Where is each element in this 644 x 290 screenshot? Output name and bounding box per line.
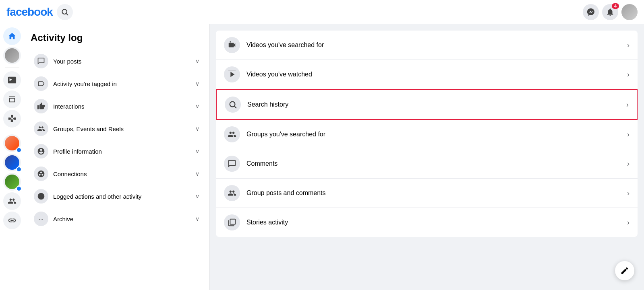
profile-avatar — [621, 4, 638, 20]
archive-label: Archive — [53, 216, 191, 222]
connections-chevron: ∨ — [195, 171, 199, 177]
search-button[interactable] — [57, 4, 73, 20]
notifications-button[interactable]: 4 — [602, 4, 618, 20]
sidebar-user-avatar — [5, 48, 19, 63]
profile-info-icon — [34, 144, 48, 158]
sidebar-link-button[interactable] — [3, 212, 21, 229]
connections-label: Connections — [53, 171, 191, 177]
sidebar-item-connections[interactable]: Connections ∨ — [31, 162, 203, 185]
activity-log-sidebar: Activity log Your posts ∨ Activity you'r… — [24, 24, 209, 290]
content-item-groups-searched[interactable]: Groups you've searched for › — [216, 120, 638, 149]
watch-icon — [8, 76, 17, 84]
sidebar-item-interactions[interactable]: Interactions ∨ — [31, 95, 203, 117]
videos-searched-chevron: › — [627, 41, 630, 49]
videos-watched-icon — [224, 66, 240, 82]
sidebar-item-logged-actions[interactable]: Logged actions and other activity ∨ — [31, 185, 203, 208]
floating-edit-button[interactable] — [615, 261, 634, 280]
groups-events-icon — [34, 121, 48, 136]
logged-actions-icon — [34, 189, 48, 204]
story-dot-1 — [16, 147, 22, 153]
gaming-icon — [8, 114, 17, 123]
sidebar-story1-button[interactable] — [3, 134, 21, 152]
logged-actions-chevron: ∨ — [195, 193, 199, 200]
groups-searched-icon — [224, 126, 240, 142]
archive-icon: ··· — [34, 212, 48, 226]
bell-icon — [606, 8, 615, 16]
story-dot-2 — [16, 167, 22, 172]
videos-watched-chevron: › — [627, 70, 630, 79]
content-item-videos-watched[interactable]: Videos you've watched › — [216, 60, 638, 89]
sidebar-divider-1 — [5, 68, 19, 68]
edit-icon — [620, 266, 629, 275]
sidebar-story2-button[interactable] — [3, 154, 21, 171]
svg-line-6 — [234, 106, 236, 108]
comments-chevron: › — [627, 160, 630, 168]
stories-activity-label: Stories activity — [246, 219, 621, 226]
sidebar-marketplace-button[interactable] — [3, 90, 21, 108]
groups-events-chevron: ∨ — [195, 125, 199, 132]
interactions-label: Interactions — [53, 103, 191, 110]
sidebar-item-activity-tagged[interactable]: Activity you're tagged in ∨ — [31, 72, 203, 95]
stories-activity-chevron: › — [627, 218, 630, 227]
sidebar-item-groups-events-reels[interactable]: Groups, Events and Reels ∨ — [31, 117, 203, 140]
interactions-icon — [34, 99, 48, 113]
content-card: Videos you've searched for › Videos you'… — [216, 31, 638, 237]
stories-activity-icon — [224, 214, 240, 230]
sidebar-avatar-button[interactable] — [3, 47, 21, 64]
content-item-search-history[interactable]: Search history › — [216, 89, 638, 120]
your-posts-icon — [34, 54, 48, 68]
search-history-label: Search history — [247, 101, 620, 108]
home-icon — [8, 32, 17, 41]
connections-icon — [34, 167, 48, 181]
link-icon — [8, 216, 17, 225]
top-navigation: facebook 4 — [0, 0, 644, 24]
videos-searched-label: Videos you've searched for — [246, 41, 621, 49]
groups-searched-label: Groups you've searched for — [246, 131, 621, 138]
activity-tagged-icon — [34, 76, 48, 91]
content-item-stories-activity[interactable]: Stories activity › — [216, 208, 638, 237]
content-item-group-posts[interactable]: Group posts and comments › — [216, 179, 638, 208]
profile-info-chevron: ∨ — [195, 148, 199, 154]
comments-icon — [224, 156, 240, 172]
svg-line-1 — [66, 13, 68, 15]
people-icon — [8, 197, 17, 206]
sidebar-people-button[interactable] — [3, 192, 21, 210]
profile-info-label: Profile information — [53, 148, 191, 155]
your-posts-label: Your posts — [53, 58, 191, 65]
sidebar-item-profile-information[interactable]: Profile information ∨ — [31, 140, 203, 162]
search-history-icon — [225, 97, 241, 113]
videos-watched-label: Videos you've watched — [246, 71, 621, 78]
topnav-left: facebook — [6, 4, 73, 20]
sidebar-watch-button[interactable] — [3, 71, 21, 89]
main-content: Videos you've searched for › Videos you'… — [209, 24, 644, 290]
content-item-videos-searched[interactable]: Videos you've searched for › — [216, 31, 638, 60]
profile-avatar-button[interactable] — [621, 4, 638, 20]
interactions-chevron: ∨ — [195, 103, 199, 109]
search-icon — [61, 8, 69, 16]
sidebar-divider-2 — [5, 131, 19, 131]
icon-sidebar — [0, 24, 24, 290]
svg-rect-4 — [228, 71, 236, 71]
activity-tagged-label: Activity you're tagged in — [53, 80, 191, 87]
svg-point-2 — [38, 193, 45, 200]
messenger-button[interactable] — [583, 4, 599, 20]
messenger-icon — [586, 8, 595, 16]
group-posts-chevron: › — [627, 189, 630, 197]
search-history-chevron: › — [626, 101, 629, 109]
main-layout: Activity log Your posts ∨ Activity you'r… — [0, 0, 644, 290]
notification-badge: 4 — [612, 3, 619, 9]
sidebar-home-button[interactable] — [3, 27, 21, 45]
content-item-comments[interactable]: Comments › — [216, 149, 638, 179]
marketplace-icon — [8, 95, 17, 104]
sidebar-item-your-posts[interactable]: Your posts ∨ — [31, 50, 203, 72]
sidebar-gaming-button[interactable] — [3, 110, 21, 128]
svg-rect-3 — [230, 41, 231, 43]
sidebar-story3-button[interactable] — [3, 173, 21, 191]
topnav-right: 4 — [583, 4, 638, 20]
sidebar-item-archive[interactable]: ··· Archive ∨ — [31, 208, 203, 230]
group-posts-label: Group posts and comments — [246, 189, 621, 197]
story-dot-3 — [16, 186, 22, 191]
logged-actions-label: Logged actions and other activity — [53, 193, 191, 200]
your-posts-chevron: ∨ — [195, 58, 199, 64]
groups-searched-chevron: › — [627, 130, 630, 139]
